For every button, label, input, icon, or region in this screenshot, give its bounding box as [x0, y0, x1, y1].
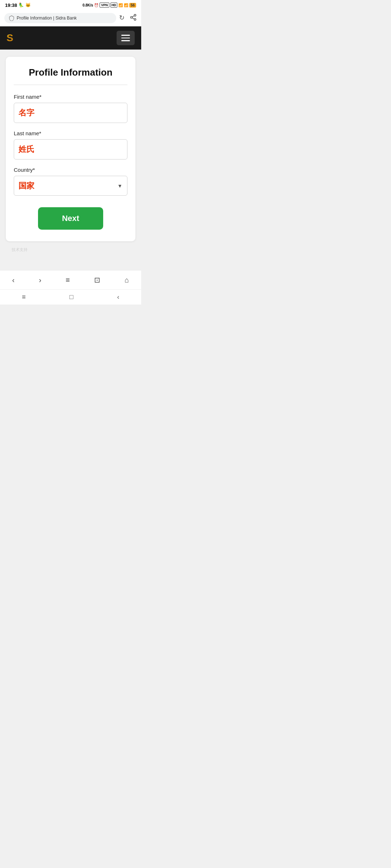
hd-icon1: HD — [110, 3, 117, 8]
shield-icon — [9, 15, 14, 21]
refresh-button[interactable]: ↻ — [119, 14, 125, 23]
svg-point-2 — [134, 18, 136, 20]
browser-actions: ↻ — [119, 14, 137, 23]
svg-point-1 — [131, 16, 133, 18]
site-logo: S — [7, 32, 13, 44]
svg-line-3 — [132, 18, 134, 19]
form-title: Profile Information — [14, 67, 127, 78]
nav-bar: S — [0, 26, 141, 50]
browser-home-button[interactable]: ⌂ — [125, 276, 129, 284]
status-left: 19:38 🦜 🐱 — [5, 3, 31, 8]
last-name-group: Last name* — [14, 130, 127, 159]
next-button[interactable]: Next — [38, 207, 103, 230]
profile-form-card: Profile Information First name* Last nam… — [6, 57, 135, 241]
svg-point-0 — [134, 14, 136, 16]
alarm-icon: ⏰ — [94, 3, 98, 7]
page-content: Profile Information First name* Last nam… — [0, 50, 141, 267]
status-emoji2: 🐱 — [25, 3, 31, 8]
first-name-input[interactable] — [14, 103, 127, 123]
status-time: 19:38 — [5, 3, 17, 8]
url-box[interactable]: Profile Information | Sidra Bank — [4, 13, 116, 23]
hamburger-line-3 — [121, 40, 130, 41]
last-name-label: Last name* — [14, 130, 127, 136]
browser-tabs-button[interactable]: ⊡ — [94, 276, 100, 284]
bottom-hint-text: 技术支持 — [12, 247, 28, 252]
signal-icon: 📶 — [118, 3, 123, 7]
browser-bar: Profile Information | Sidra Bank ↻ — [0, 10, 141, 26]
url-text: Profile Information | Sidra Bank — [17, 16, 112, 21]
wifi-icon: 📶 — [124, 3, 128, 7]
hamburger-line-2 — [121, 38, 130, 39]
system-back-icon[interactable]: ‹ — [117, 293, 119, 301]
country-group: Country* 国家 China United States United K… — [14, 167, 127, 196]
first-name-group: First name* — [14, 94, 127, 123]
svg-line-4 — [132, 16, 134, 17]
system-home-icon[interactable]: □ — [70, 293, 73, 301]
browser-menu-button[interactable]: ≡ — [66, 276, 70, 284]
browser-back-button[interactable]: ‹ — [12, 276, 15, 284]
network-speed: 0.8K/s — [83, 3, 93, 7]
hamburger-line-1 — [121, 35, 130, 36]
last-name-input[interactable] — [14, 139, 127, 159]
form-divider — [14, 85, 127, 85]
vpn-icon: VPN — [100, 3, 109, 8]
android-browser-nav: ‹ › ≡ ⊡ ⌂ — [0, 270, 141, 289]
hamburger-menu-button[interactable] — [117, 31, 135, 45]
browser-forward-button[interactable]: › — [39, 276, 41, 284]
country-select[interactable]: 国家 China United States United Kingdom UA… — [14, 176, 127, 196]
status-bar: 19:38 🦜 🐱 0.8K/s ⏰ VPN HD 📶 📶 56 — [0, 0, 141, 10]
country-label: Country* — [14, 167, 127, 173]
share-button[interactable] — [130, 14, 137, 23]
country-select-wrapper: 国家 China United States United Kingdom UA… — [14, 176, 127, 196]
next-btn-wrapper: Next — [14, 207, 127, 230]
first-name-label: First name* — [14, 94, 127, 100]
status-icons: 0.8K/s ⏰ VPN HD 📶 📶 56 — [83, 3, 136, 8]
status-emoji1: 🦜 — [18, 3, 24, 8]
android-system-nav: ≡ □ ‹ — [0, 289, 141, 305]
system-menu-icon[interactable]: ≡ — [22, 293, 26, 301]
bottom-hint: 技术支持 — [6, 241, 135, 258]
battery-level: 56 — [129, 3, 136, 8]
